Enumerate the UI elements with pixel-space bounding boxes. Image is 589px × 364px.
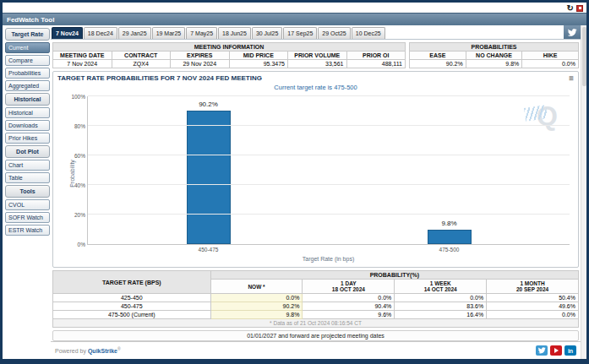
probability-history-table: TARGET RATE (BPS) PROBABILITY(%) NOW *1 … — [52, 270, 579, 328]
twitter-icon[interactable] — [536, 345, 548, 356]
sidebar-item-chart[interactable]: Chart — [5, 160, 50, 171]
prob-col-ease: EASE — [410, 52, 466, 60]
refresh-icon[interactable]: ↻ — [567, 4, 574, 12]
bar-475-500[interactable] — [428, 230, 472, 244]
popout-icon[interactable] — [576, 5, 583, 12]
rate-column-header: TARGET RATE (BPS) — [53, 271, 211, 294]
bar-chart-plot-area: 90.2%450-4759.8%475-500 Q 0%20%40%60%80%… — [87, 96, 570, 245]
history-val: 9.8% — [210, 311, 303, 319]
sidebar-item-compare[interactable]: Compare — [5, 55, 50, 66]
gridline — [88, 184, 570, 185]
tab-30-jul25[interactable]: 30 Jul25 — [252, 27, 282, 39]
history-col-line1: 1 WEEK — [397, 280, 483, 286]
history-val: 16.4% — [395, 311, 487, 319]
tab-18-dec24[interactable]: 18 Dec24 — [84, 27, 117, 39]
tab-29-jan25[interactable]: 29 Jan25 — [118, 27, 151, 39]
sidebar-header-dot-plot: Dot Plot — [5, 145, 50, 158]
sidebar-item-prior-hikes[interactable]: Prior Hikes — [5, 133, 50, 144]
sidebar-header-tools: Tools — [5, 185, 50, 198]
meeting-information-table: MEETING INFORMATION MEETING DATECONTRACT… — [52, 42, 406, 68]
table-row: 475-500 (Current)9.8%9.6%16.4%0.0% — [53, 311, 579, 319]
sidebar-item-downloads[interactable]: Downloads — [5, 120, 50, 131]
tab-18-jun25[interactable]: 18 Jun25 — [218, 27, 251, 39]
y-tick-label: 60% — [74, 153, 85, 159]
prob-col-hike: HIKE — [522, 52, 579, 60]
quikstrike-link[interactable]: QuikStrike — [88, 349, 117, 355]
history-col-1-day: 1 DAY18 OCT 2024 — [303, 280, 395, 294]
twitter-share-button[interactable] — [564, 25, 581, 39]
history-rate-425-450: 425-450 — [53, 294, 211, 302]
history-col-line2: 20 SEP 2024 — [489, 286, 575, 292]
gridline — [88, 95, 570, 96]
meeting-col-prior-oi: PRIOR OI — [346, 52, 406, 60]
chart-subtitle: Current target rate is 475-500 — [53, 83, 578, 93]
powered-bar: Powered by QuikStrike® in — [51, 341, 581, 359]
sidebar-item-current[interactable]: Current — [5, 42, 50, 53]
tab-19-mar25[interactable]: 19 Mar25 — [152, 27, 186, 39]
history-col-now: NOW * — [210, 280, 303, 294]
y-tick-label: 80% — [74, 123, 85, 129]
sidebar-item-cvol[interactable]: CVOL — [5, 199, 50, 210]
history-val: 0.0% — [487, 311, 579, 319]
youtube-icon[interactable] — [550, 345, 562, 356]
history-col-line2: 18 OCT 2024 — [305, 286, 391, 292]
sidebar-item-sofr-watch[interactable]: SOFR Watch — [5, 212, 50, 223]
history-col-line1: 1 MONTH — [489, 280, 575, 286]
prob-val-9-8: 9.8% — [466, 60, 522, 68]
bar-value-label: 90.2% — [199, 101, 218, 108]
meeting-tab-strip: 7 Nov2418 Dec2429 Jan2519 Mar257 May2518… — [51, 25, 581, 40]
titlebar: FedWatch Tool — [3, 13, 586, 25]
meeting-col-contract: CONTRACT — [112, 52, 171, 60]
y-tick-label: 40% — [74, 182, 85, 188]
meeting-val-7-nov-2024: 7 Nov 2024 — [53, 60, 112, 68]
meeting-val-zqx4: ZQX4 — [112, 60, 171, 68]
meeting-val-29-nov-2024: 29 Nov 2024 — [171, 60, 230, 68]
powered-by-text: Powered by QuikStrike® — [55, 346, 121, 354]
history-val: 49.6% — [487, 302, 579, 311]
projection-note: 01/01/2027 and forward are projected mee… — [52, 330, 579, 341]
sidebar-item-historical[interactable]: Historical — [5, 107, 50, 118]
history-val: 0.0% — [210, 294, 303, 302]
prob-col-no-change: NO CHANGE — [466, 52, 522, 60]
sidebar-item-estr-watch[interactable]: ESTR Watch — [5, 225, 50, 236]
linkedin-icon[interactable]: in — [564, 345, 576, 356]
table-row: 425-4500.0%0.0%0.0%50.4% — [53, 294, 579, 302]
history-col-line1: NOW * — [214, 284, 300, 290]
vertical-scrollbar[interactable] — [581, 25, 586, 359]
tab-29-oct25[interactable]: 29 Oct25 — [318, 27, 350, 39]
y-tick-label: 0% — [78, 242, 85, 247]
gridline — [88, 155, 570, 155]
history-val: 83.6% — [395, 302, 487, 311]
sidebar-item-table[interactable]: Table — [5, 172, 50, 183]
tab-17-sep25[interactable]: 17 Sep25 — [283, 27, 317, 39]
tab-7-may25[interactable]: 7 May25 — [186, 27, 217, 39]
probability-chart-panel: TARGET RATE PROBABILITIES FOR 7 NOV 2024… — [52, 71, 579, 268]
meeting-information-title: MEETING INFORMATION — [53, 43, 406, 52]
meeting-val-488-111: 488,111 — [346, 60, 406, 68]
chart-menu-icon[interactable]: ≡ — [569, 75, 574, 82]
data-as-of-row: * Data as of 21 Oct 2024 08:16:54 CT — [53, 319, 579, 328]
history-col-1-month: 1 MONTH20 SEP 2024 — [487, 280, 579, 294]
meeting-col-expires: EXPIRES — [171, 52, 230, 60]
bar-450-475[interactable] — [187, 111, 231, 244]
history-col-line1: 1 DAY — [305, 280, 391, 286]
history-val: 90.4% — [303, 302, 395, 311]
app-title: FedWatch Tool — [7, 16, 54, 24]
sidebar-item-aggregated[interactable]: Aggregated — [5, 80, 50, 91]
gridline — [88, 214, 570, 215]
chart-title: TARGET RATE PROBABILITIES FOR 7 NOV 2024… — [57, 74, 262, 82]
probabilities-title: PROBABILITIES — [410, 43, 579, 52]
data-as-of-note: * Data as of 21 Oct 2024 08:16:54 CT — [53, 319, 579, 328]
meeting-col-meeting-date: MEETING DATE — [53, 52, 112, 60]
tab-7-nov24[interactable]: 7 Nov24 — [52, 27, 83, 39]
tab-10-dec25[interactable]: 10 Dec25 — [352, 27, 385, 39]
x-axis-label: Target Rate (in bps) — [303, 256, 354, 262]
y-tick-label: 100% — [71, 94, 85, 100]
scrollbar-thumb[interactable] — [582, 27, 586, 86]
table-row: 450-47590.2%90.4%83.6%49.6% — [53, 302, 579, 311]
x-tick-label: 475-500 — [439, 247, 460, 253]
probability-group-header: PROBABILITY(%) — [210, 271, 578, 280]
sidebar-item-probabilities[interactable]: Probabilities — [5, 68, 50, 79]
window-controls: ↻ — [3, 3, 586, 13]
history-rate-450-475: 450-475 — [53, 302, 211, 311]
